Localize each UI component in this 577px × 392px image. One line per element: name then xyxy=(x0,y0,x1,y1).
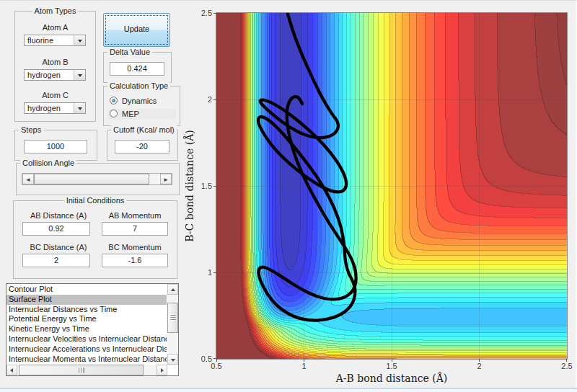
calculation-type-group: Calculation Type Dynamics MEP xyxy=(103,86,180,126)
y-axis-label-box: B-C bond distance (Å) xyxy=(182,13,197,359)
chevron-down-icon xyxy=(78,74,82,77)
cutoff-field[interactable]: -20 xyxy=(115,140,169,153)
scroll-down-button[interactable] xyxy=(167,354,178,365)
x-tick-label: 2 xyxy=(465,362,494,370)
slider-right-arrow-button[interactable]: ► xyxy=(160,174,172,184)
dynamics-radio[interactable] xyxy=(110,97,118,104)
slider-thumb[interactable] xyxy=(34,174,149,184)
delta-value-title: Delta Value xyxy=(107,48,152,56)
matlab-dynamics-gui-window: Atom Types Atom A fluorine Atom B hydrog… xyxy=(0,0,577,392)
mep-radio-label: MEP xyxy=(122,110,139,118)
atom-b-dropdown-button[interactable] xyxy=(74,70,85,80)
bc-distance-field[interactable]: 2 xyxy=(22,254,90,267)
x-tick-mark xyxy=(304,359,304,362)
steps-title: Steps xyxy=(19,125,43,134)
x-tick-mark xyxy=(392,359,392,362)
thumb-grip-icon xyxy=(78,368,84,373)
atom-types-title: Atom Types xyxy=(32,6,79,15)
steps-group: Steps 1000 xyxy=(14,130,97,161)
y-axis-label: B-C bond distance (Å) xyxy=(184,130,195,241)
atom-a-value: fluorine xyxy=(27,36,53,45)
list-item-potential-energy[interactable]: Potential Energy vs Time xyxy=(6,314,167,324)
mep-radio[interactable] xyxy=(110,110,118,117)
y-tick-mark xyxy=(213,272,216,273)
list-item-kinetic-energy[interactable]: Kinetic Energy vs Time xyxy=(6,324,167,334)
atom-a-label: Atom A xyxy=(15,23,95,32)
atom-b-label: Atom B xyxy=(15,58,95,66)
horizontal-scrollbar-thumb[interactable] xyxy=(19,365,144,375)
x-tick-mark xyxy=(216,359,217,362)
cutoff-title: Cutoff (Kcal/ mol) xyxy=(111,125,177,134)
horizontal-scrollbar[interactable] xyxy=(6,365,167,375)
atom-a-dropdown-button[interactable] xyxy=(74,35,85,45)
plot-type-listbox[interactable]: Contour Plot Surface Plot Internuclear D… xyxy=(6,283,179,376)
atom-a-dropdown[interactable]: fluorine xyxy=(24,35,86,46)
vertical-scrollbar-thumb[interactable] xyxy=(167,303,178,333)
x-axis-label: A-B bond distance (Å) xyxy=(216,373,567,384)
bc-distance-label: BC Distance (A) xyxy=(19,243,97,251)
ab-momentum-label: AB Momentum xyxy=(97,211,172,220)
list-item-internuclear-distances[interactable]: Internuclear Distances vs Time xyxy=(6,305,167,315)
x-tick-label: 1.5 xyxy=(377,362,406,370)
scroll-right-button[interactable] xyxy=(157,365,167,375)
update-button[interactable]: Update xyxy=(103,13,170,47)
initial-conditions-group: Initial Conditions AB Distance (A) AB Mo… xyxy=(13,200,177,279)
dynamics-radio-row[interactable]: Dynamics xyxy=(108,96,176,107)
ab-distance-field[interactable]: 0.92 xyxy=(22,222,90,236)
y-tick-mark xyxy=(213,186,216,187)
list-item-contour-plot[interactable]: Contour Plot xyxy=(6,285,167,295)
atom-types-group: Atom Types Atom A fluorine Atom B hydrog… xyxy=(14,11,96,122)
radio-dot-icon xyxy=(112,99,115,102)
arrow-down-icon xyxy=(171,359,175,362)
list-item-surface-plot[interactable]: Surface Plot xyxy=(6,295,167,305)
y-tick-mark xyxy=(213,99,216,100)
x-tick-mark xyxy=(566,359,567,362)
cutoff-group: Cutoff (Kcal/ mol) -20 xyxy=(107,130,178,161)
vertical-scrollbar[interactable] xyxy=(167,284,178,365)
chevron-down-icon xyxy=(78,107,82,110)
chevron-down-icon xyxy=(78,40,82,43)
collision-angle-title: Collision Angle xyxy=(20,159,76,167)
bc-momentum-label: BC Momentum xyxy=(97,243,172,251)
collision-angle-slider[interactable]: ◄ ► xyxy=(22,173,172,185)
slider-left-arrow-button[interactable]: ◄ xyxy=(22,174,34,184)
initial-conditions-title: Initial Conditions xyxy=(64,196,127,205)
bc-momentum-field[interactable]: -1.6 xyxy=(102,254,168,267)
dynamics-radio-label: Dynamics xyxy=(122,97,157,105)
scroll-left-button[interactable] xyxy=(6,365,17,375)
y-tick-mark xyxy=(213,358,216,359)
x-tick-mark xyxy=(479,359,480,362)
window-bottom-margin xyxy=(0,389,577,392)
x-tick-label: 2.5 xyxy=(552,362,577,370)
ab-distance-label: AB Distance (A) xyxy=(19,211,97,220)
atom-c-dropdown[interactable]: hydrogen xyxy=(24,102,86,114)
arrow-left-icon xyxy=(10,368,13,373)
arrow-right-icon xyxy=(161,368,164,373)
collision-angle-group: Collision Angle ◄ ► xyxy=(16,163,180,195)
calculation-type-title: Calculation Type xyxy=(107,81,170,90)
list-item-internuclear-velocities[interactable]: Internuclear Velocities vs Internuclear … xyxy=(6,334,167,344)
plot-type-list: Contour Plot Surface Plot Internuclear D… xyxy=(6,285,167,365)
mep-radio-row[interactable]: MEP xyxy=(108,109,176,120)
x-tick-label: 1 xyxy=(290,362,319,370)
atom-c-dropdown-button[interactable] xyxy=(74,103,85,113)
ab-momentum-field[interactable]: 7 xyxy=(102,222,168,236)
list-item-internuclear-accelerations[interactable]: Internuclear Accelerations vs Internucle… xyxy=(6,344,167,355)
delta-value-field[interactable]: 0.424 xyxy=(110,62,164,76)
atom-b-dropdown[interactable]: hydrogen xyxy=(24,69,86,81)
delta-value-group: Delta Value 0.424 xyxy=(103,52,172,83)
potential-energy-surface-canvas xyxy=(216,12,568,360)
scroll-up-button[interactable] xyxy=(167,284,178,295)
y-tick-mark xyxy=(213,13,216,14)
arrow-up-icon xyxy=(171,288,175,291)
steps-field[interactable]: 1000 xyxy=(24,140,87,153)
atom-c-label: Atom C xyxy=(15,91,95,99)
thumb-grip-icon xyxy=(170,315,175,321)
atom-c-value: hydrogen xyxy=(27,104,61,113)
list-item-internuclear-momenta[interactable]: Internuclear Momenta vs Internuclear Dis… xyxy=(6,355,167,365)
contour-plot-axes: 0.5 1 1.5 2 2.5 2.5 2 1.5 1 0.5 A-B bond… xyxy=(216,13,567,359)
atom-b-value: hydrogen xyxy=(27,71,61,80)
